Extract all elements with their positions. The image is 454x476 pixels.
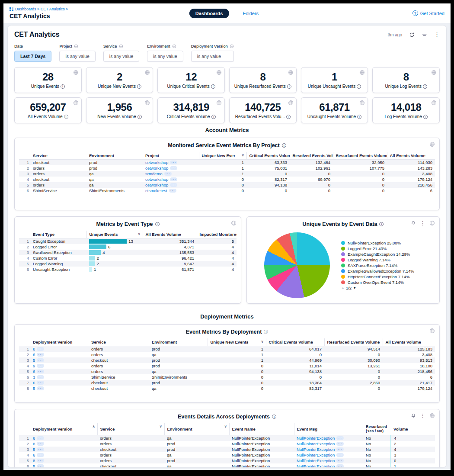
unique-events-bar[interactable] [89,267,92,272]
ellipsis-badge[interactable]: ··· [37,447,44,451]
legend-item[interactable]: SAXParseException 7.14% [341,263,432,268]
globe-icon[interactable] [288,70,294,75]
col-event-type[interactable]: Event Type [30,231,86,238]
ellipsis-badge[interactable]: ··· [170,177,177,181]
ellipsis-badge[interactable]: ··· [170,166,177,170]
deployment-version-link[interactable]: 6··· [33,352,44,357]
globe-icon[interactable] [431,70,437,75]
deployment-version-link[interactable]: 6··· [33,369,44,374]
col-project[interactable]: Project [143,152,199,160]
col-deployment-version[interactable]: Deployment Version [30,338,89,346]
col-resurfaced[interactable]: Resurfaced Events Volume [324,338,383,346]
col-resurfaced[interactable]: Resurfaced Events Volume [333,152,387,160]
legend-item[interactable]: HttpHostConnectException 7.14% [341,274,432,279]
ellipsis-badge[interactable]: ··· [37,442,44,446]
unique-events-bar[interactable] [89,256,95,261]
ellipsis-badge[interactable]: ··· [336,436,344,440]
col-unique-new-events[interactable]: Unique New Events∨ [208,338,266,346]
globe-icon[interactable] [431,100,437,106]
filter-value-chip[interactable]: is any value [191,51,234,62]
deployment-version-link[interactable]: 6··· [33,436,44,441]
get-started-link[interactable]: ? Get Started [412,10,444,16]
tab-folders[interactable]: Folders [237,9,265,18]
col-service[interactable]: Service [89,338,149,346]
ellipsis-badge[interactable]: ··· [336,442,344,446]
col-environment[interactable]: Environment∨ [164,423,229,435]
col-service[interactable]: Service∨ [97,423,164,435]
dashboard-filters-icon[interactable] [422,32,427,38]
deployment-version-link[interactable]: 5··· [33,447,44,452]
project-link[interactable]: srmdemo··· [145,171,172,176]
event-msg-link[interactable]: NullPointerException··· [297,458,344,463]
breadcrumb-text[interactable]: Dashboards > CET Analytics > [15,7,68,11]
info-icon[interactable]: i [137,115,142,119]
col-unique-new[interactable]: Unique New Ever∨ [199,152,246,160]
filter-link-icon[interactable] [172,44,176,48]
filter-value-chip[interactable]: is any value [59,51,95,62]
event-msg-link[interactable]: NullPointerException··· [297,441,344,446]
sort-desc-icon[interactable]: ∨ [160,425,162,428]
project-link[interactable]: ctsmoketest··· [145,188,176,193]
ellipsis-badge[interactable]: ··· [37,364,44,368]
ellipsis-badge[interactable]: ··· [37,375,44,379]
ellipsis-badge[interactable]: ··· [164,172,172,176]
info-icon[interactable]: i [423,115,428,119]
sort-desc-icon[interactable]: ∨ [261,340,264,344]
unique-events-bar[interactable] [89,244,106,249]
globe-icon[interactable] [144,70,150,75]
info-icon[interactable]: i [282,143,286,148]
ellipsis-badge[interactable]: ··· [37,386,44,390]
col-environment[interactable]: Environment [149,338,208,346]
globe-icon[interactable] [73,70,79,75]
globe-icon[interactable] [429,220,435,226]
project-link[interactable]: cetworkshop··· [145,160,177,165]
ellipsis-badge[interactable]: ··· [336,453,344,457]
event-msg-link[interactable]: NullPointerException··· [297,453,344,457]
unique-events-bar[interactable] [89,239,127,244]
bell-icon[interactable] [411,220,416,226]
deployment-version-link[interactable]: 9··· [33,363,44,368]
sort-desc-icon[interactable]: ∨ [224,425,227,428]
deployment-version-link[interactable]: 6··· [33,380,44,385]
ellipsis-badge[interactable]: ··· [336,459,344,463]
info-icon[interactable]: i [137,84,141,89]
ellipsis-badge[interactable]: ··· [336,447,344,451]
sort-desc-icon[interactable]: ∨ [242,153,244,157]
kebab-menu-icon[interactable]: ⋮ [434,32,440,37]
filter-link-icon[interactable] [119,44,123,48]
deployment-version-link[interactable]: 5··· [33,386,44,391]
ellipsis-badge[interactable]: ··· [170,161,177,164]
info-icon[interactable]: i [211,115,216,119]
project-link[interactable]: cetworkshop··· [145,166,177,170]
legend-item[interactable]: ExampleSwallowedException 7.14% [341,269,432,273]
legend-item[interactable]: Logged Error 21.43% [341,246,432,251]
col-event-msg[interactable]: Event Msg [294,423,363,435]
col-service[interactable]: Service [30,152,86,160]
ellipsis-badge[interactable]: ··· [336,464,344,467]
col-environment[interactable]: Environment [86,152,143,160]
ellipsis-badge[interactable]: ··· [170,183,177,187]
col-all[interactable]: All Events Volume [387,152,435,160]
ellipsis-badge[interactable]: ··· [37,459,44,463]
legend-item[interactable]: Custom OverOps Event 7.14% [341,280,432,285]
globe-icon[interactable] [144,100,150,106]
ellipsis-badge[interactable]: ··· [37,381,44,385]
info-icon[interactable]: i [155,222,160,226]
ellipsis-badge[interactable]: ··· [169,189,176,193]
deployment-version-link[interactable]: 5··· [33,358,44,363]
globe-icon[interactable] [429,413,435,418]
info-icon[interactable]: i [61,84,65,89]
globe-icon[interactable] [288,100,294,106]
sort-asc-icon[interactable]: ∧ [93,425,95,428]
info-icon[interactable]: i [286,115,291,119]
globe-icon[interactable] [73,100,79,106]
col-unique-events[interactable]: Unique Events∨ [86,231,143,238]
globe-icon[interactable] [429,142,435,147]
deployment-version-link[interactable]: 8··· [33,458,44,463]
col-all-volume[interactable]: All Events Volume [143,231,197,238]
ellipsis-badge[interactable]: ··· [37,358,44,362]
legend-item[interactable]: ExampleCaughtException 14.29% [341,252,432,257]
event-msg-link[interactable]: NullPointerException··· [297,447,344,452]
col-impacted[interactable]: Impacted Monitored Services [197,231,237,238]
col-critical[interactable]: Critical Events Volume [246,152,290,160]
